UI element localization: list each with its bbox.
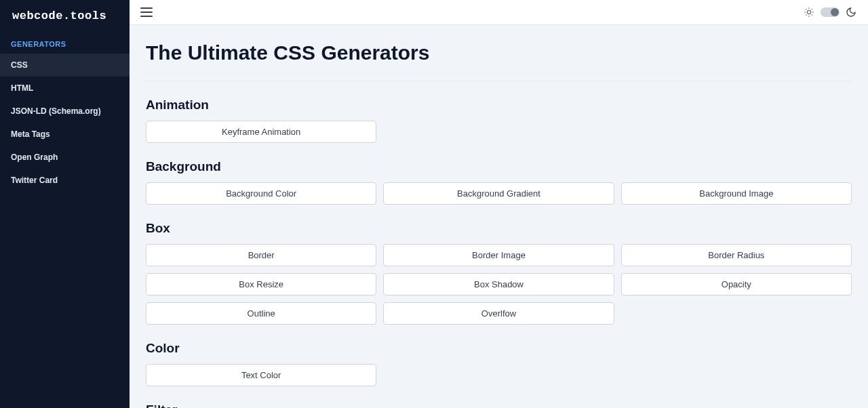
- sidebar-item-open-graph[interactable]: Open Graph: [0, 146, 130, 169]
- section-filter: Filter Blur Brightness Contrast: [146, 403, 852, 408]
- section-title-background: Background: [146, 159, 852, 174]
- tile-box-shadow[interactable]: Box Shadow: [383, 273, 614, 295]
- svg-line-7: [806, 15, 806, 16]
- section-title-box: Box: [146, 221, 852, 236]
- logo[interactable]: webcode.tools: [0, 0, 130, 32]
- section-color: Color Text Color: [146, 341, 852, 386]
- tile-opacity[interactable]: Opacity: [621, 273, 852, 295]
- sidebar-item-json-ld[interactable]: JSON-LD (Schema.org): [0, 100, 130, 123]
- sidebar-item-twitter-card[interactable]: Twitter Card: [0, 169, 130, 192]
- tile-box-resize[interactable]: Box Resize: [146, 273, 376, 295]
- topbar-right: [803, 6, 857, 18]
- sidebar-item-html[interactable]: HTML: [0, 77, 130, 100]
- svg-line-8: [812, 9, 812, 9]
- section-title-animation: Animation: [146, 98, 852, 113]
- sidebar-item-css[interactable]: CSS: [0, 54, 130, 77]
- section-box: Box Border Border Image Border Radius Bo…: [146, 221, 852, 325]
- sidebar-section-label: GENERATORS: [0, 32, 130, 54]
- sidebar: webcode.tools GENERATORS CSS HTML JSON-L…: [0, 0, 130, 408]
- tile-outline[interactable]: Outline: [146, 302, 376, 325]
- content: The Ultimate CSS Generators Animation Ke…: [130, 25, 868, 408]
- svg-line-3: [806, 9, 806, 9]
- tile-background-gradient[interactable]: Background Gradient: [383, 182, 614, 205]
- sun-icon[interactable]: [803, 6, 815, 18]
- svg-point-0: [807, 10, 810, 14]
- page-title: The Ultimate CSS Generators: [146, 25, 852, 81]
- section-background: Background Background Color Background G…: [146, 159, 852, 205]
- section-animation: Animation Keyframe Animation: [146, 98, 852, 143]
- menu-icon[interactable]: [140, 7, 153, 17]
- main: The Ultimate CSS Generators Animation Ke…: [130, 0, 868, 408]
- moon-icon[interactable]: [845, 6, 857, 18]
- section-title-filter: Filter: [146, 403, 852, 408]
- tile-text-color[interactable]: Text Color: [146, 364, 376, 386]
- tile-background-image[interactable]: Background Image: [621, 182, 852, 205]
- tile-border-image[interactable]: Border Image: [383, 244, 614, 266]
- tile-border-radius[interactable]: Border Radius: [621, 244, 852, 266]
- theme-toggle[interactable]: [821, 7, 840, 17]
- tile-overflow[interactable]: Overlfow: [383, 302, 614, 325]
- tile-background-color[interactable]: Background Color: [146, 182, 376, 205]
- section-title-color: Color: [146, 341, 852, 356]
- sidebar-item-meta-tags[interactable]: Meta Tags: [0, 123, 130, 146]
- tile-keyframe-animation[interactable]: Keyframe Animation: [146, 121, 376, 143]
- svg-line-4: [812, 15, 812, 16]
- topbar: [130, 0, 868, 25]
- tile-border[interactable]: Border: [146, 244, 376, 266]
